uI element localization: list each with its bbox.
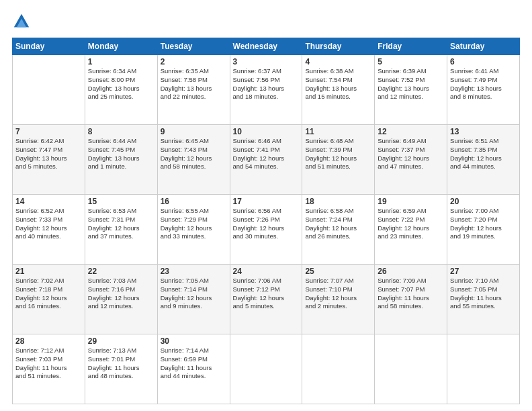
day-info: Sunrise: 6:55 AM Sunset: 7:29 PM Dayligh… [161,207,227,241]
day-info: Sunrise: 6:53 AM Sunset: 7:31 PM Dayligh… [88,207,154,241]
day-info: Sunrise: 6:48 AM Sunset: 7:39 PM Dayligh… [305,137,371,171]
day-number: 9 [161,127,227,136]
calendar-week-row: 28Sunrise: 7:12 AM Sunset: 7:03 PM Dayli… [13,334,520,404]
day-number: 6 [450,57,517,66]
calendar-cell [302,334,375,404]
calendar-header-row: SundayMondayTuesdayWednesdayThursdayFrid… [13,38,520,55]
day-info: Sunrise: 6:35 AM Sunset: 7:58 PM Dayligh… [161,67,227,101]
day-info: Sunrise: 6:41 AM Sunset: 7:49 PM Dayligh… [450,67,517,101]
calendar-week-row: 21Sunrise: 7:02 AM Sunset: 7:18 PM Dayli… [13,265,520,334]
day-number: 27 [450,267,517,276]
calendar-cell: 23Sunrise: 7:05 AM Sunset: 7:14 PM Dayli… [157,265,230,334]
day-number: 22 [88,267,154,276]
page: SundayMondayTuesdayWednesdayThursdayFrid… [0,0,532,411]
day-info: Sunrise: 6:37 AM Sunset: 7:56 PM Dayligh… [233,67,300,101]
calendar-cell [230,334,302,404]
calendar-cell: 20Sunrise: 7:00 AM Sunset: 7:20 PM Dayli… [447,195,520,265]
calendar-cell: 10Sunrise: 6:46 AM Sunset: 7:41 PM Dayli… [230,125,302,195]
calendar-cell [375,334,447,404]
day-number: 14 [15,197,82,206]
weekday-header: Monday [85,38,157,55]
logo [12,12,34,31]
day-number: 16 [161,197,227,206]
calendar-cell: 14Sunrise: 6:52 AM Sunset: 7:33 PM Dayli… [13,195,85,265]
day-number: 18 [305,197,371,206]
day-number: 29 [88,336,154,346]
calendar-cell: 19Sunrise: 6:59 AM Sunset: 7:22 PM Dayli… [375,195,447,265]
day-number: 4 [305,57,371,66]
weekday-header: Thursday [302,38,375,55]
calendar-cell [447,334,520,404]
day-info: Sunrise: 6:44 AM Sunset: 7:45 PM Dayligh… [88,137,154,171]
day-info: Sunrise: 6:58 AM Sunset: 7:24 PM Dayligh… [305,207,371,241]
calendar-cell: 1Sunrise: 6:34 AM Sunset: 8:00 PM Daylig… [85,55,157,125]
day-number: 8 [88,127,154,136]
day-info: Sunrise: 7:02 AM Sunset: 7:18 PM Dayligh… [15,277,82,311]
calendar-cell: 29Sunrise: 7:13 AM Sunset: 7:01 PM Dayli… [85,334,157,404]
calendar-cell: 24Sunrise: 7:06 AM Sunset: 7:12 PM Dayli… [230,265,302,334]
day-number: 20 [450,197,517,206]
day-info: Sunrise: 7:12 AM Sunset: 7:03 PM Dayligh… [15,347,82,381]
calendar-week-row: 7Sunrise: 6:42 AM Sunset: 7:47 PM Daylig… [13,125,520,195]
calendar-cell: 21Sunrise: 7:02 AM Sunset: 7:18 PM Dayli… [13,265,85,334]
calendar-cell: 26Sunrise: 7:09 AM Sunset: 7:07 PM Dayli… [375,265,447,334]
day-number: 30 [161,336,227,346]
day-info: Sunrise: 7:07 AM Sunset: 7:10 PM Dayligh… [305,277,371,311]
day-info: Sunrise: 7:10 AM Sunset: 7:05 PM Dayligh… [450,277,517,311]
day-number: 15 [88,197,154,206]
day-info: Sunrise: 7:09 AM Sunset: 7:07 PM Dayligh… [378,277,444,311]
calendar-cell: 9Sunrise: 6:45 AM Sunset: 7:43 PM Daylig… [157,125,230,195]
day-number: 13 [450,127,517,136]
calendar-cell: 30Sunrise: 7:14 AM Sunset: 6:59 PM Dayli… [157,334,230,404]
weekday-header: Friday [375,38,447,55]
day-number: 5 [378,57,444,66]
calendar-cell: 7Sunrise: 6:42 AM Sunset: 7:47 PM Daylig… [13,125,85,195]
day-info: Sunrise: 6:56 AM Sunset: 7:26 PM Dayligh… [233,207,300,241]
day-info: Sunrise: 7:14 AM Sunset: 6:59 PM Dayligh… [161,347,227,381]
day-number: 3 [233,57,300,66]
calendar-cell: 8Sunrise: 6:44 AM Sunset: 7:45 PM Daylig… [85,125,157,195]
day-number: 17 [233,197,300,206]
day-number: 25 [305,267,371,276]
header [12,12,520,31]
day-info: Sunrise: 6:38 AM Sunset: 7:54 PM Dayligh… [305,67,371,101]
day-number: 7 [15,127,82,136]
day-info: Sunrise: 7:06 AM Sunset: 7:12 PM Dayligh… [233,277,300,311]
calendar-table: SundayMondayTuesdayWednesdayThursdayFrid… [12,38,520,404]
day-number: 19 [378,197,444,206]
calendar-cell: 13Sunrise: 6:51 AM Sunset: 7:35 PM Dayli… [447,125,520,195]
day-number: 1 [88,57,154,66]
calendar-cell: 15Sunrise: 6:53 AM Sunset: 7:31 PM Dayli… [85,195,157,265]
calendar-cell: 2Sunrise: 6:35 AM Sunset: 7:58 PM Daylig… [157,55,230,125]
calendar-week-row: 14Sunrise: 6:52 AM Sunset: 7:33 PM Dayli… [13,195,520,265]
day-info: Sunrise: 6:45 AM Sunset: 7:43 PM Dayligh… [161,137,227,171]
day-number: 24 [233,267,300,276]
calendar-cell: 22Sunrise: 7:03 AM Sunset: 7:16 PM Dayli… [85,265,157,334]
day-info: Sunrise: 6:34 AM Sunset: 8:00 PM Dayligh… [88,67,154,101]
day-info: Sunrise: 7:00 AM Sunset: 7:20 PM Dayligh… [450,207,517,241]
calendar-cell: 12Sunrise: 6:49 AM Sunset: 7:37 PM Dayli… [375,125,447,195]
weekday-header: Tuesday [157,38,230,55]
calendar-cell: 18Sunrise: 6:58 AM Sunset: 7:24 PM Dayli… [302,195,375,265]
calendar-cell: 28Sunrise: 7:12 AM Sunset: 7:03 PM Dayli… [13,334,85,404]
day-info: Sunrise: 7:05 AM Sunset: 7:14 PM Dayligh… [161,277,227,311]
calendar-cell [13,55,85,125]
day-info: Sunrise: 6:49 AM Sunset: 7:37 PM Dayligh… [378,137,444,171]
weekday-header: Saturday [447,38,520,55]
day-info: Sunrise: 6:39 AM Sunset: 7:52 PM Dayligh… [378,67,444,101]
day-info: Sunrise: 6:51 AM Sunset: 7:35 PM Dayligh… [450,137,517,171]
day-info: Sunrise: 7:03 AM Sunset: 7:16 PM Dayligh… [88,277,154,311]
calendar-cell: 5Sunrise: 6:39 AM Sunset: 7:52 PM Daylig… [375,55,447,125]
calendar-cell: 17Sunrise: 6:56 AM Sunset: 7:26 PM Dayli… [230,195,302,265]
day-number: 10 [233,127,300,136]
day-info: Sunrise: 6:42 AM Sunset: 7:47 PM Dayligh… [15,137,82,171]
day-info: Sunrise: 6:59 AM Sunset: 7:22 PM Dayligh… [378,207,444,241]
day-number: 23 [161,267,227,276]
day-number: 26 [378,267,444,276]
calendar-cell: 27Sunrise: 7:10 AM Sunset: 7:05 PM Dayli… [447,265,520,334]
day-number: 2 [161,57,227,66]
day-info: Sunrise: 7:13 AM Sunset: 7:01 PM Dayligh… [88,347,154,381]
weekday-header: Sunday [13,38,85,55]
day-number: 11 [305,127,371,136]
day-info: Sunrise: 6:46 AM Sunset: 7:41 PM Dayligh… [233,137,300,171]
